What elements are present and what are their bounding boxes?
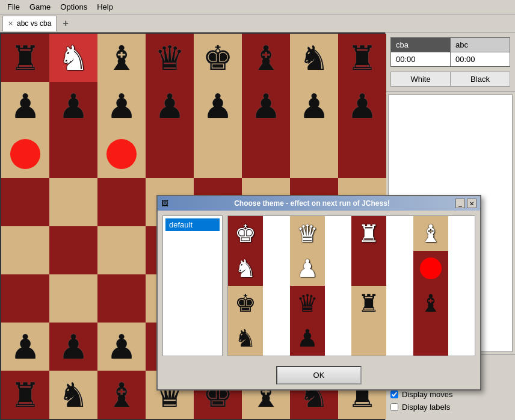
display-labels-checkbox[interactable] bbox=[390, 403, 398, 411]
ok-button[interactable]: OK bbox=[276, 366, 362, 384]
dialog-controls: _ ✕ bbox=[455, 199, 476, 208]
display-labels-item: Display labels bbox=[390, 403, 510, 412]
board-area: ♜ ♞ ♝ ♛ ♚ ♝ ♞ ♜ ♟ ♟ ♟ ♟ ♟ ♟ ♟ ♟ bbox=[0, 32, 385, 420]
dialog-minimize-button[interactable]: _ bbox=[455, 199, 465, 208]
player2-time: 00:00 bbox=[451, 52, 510, 67]
preview-bking: ♚ bbox=[228, 286, 263, 321]
theme-dialog: 🖼 Choose theme - effect on next run of J… bbox=[156, 195, 481, 391]
preview-wextra bbox=[351, 251, 386, 286]
preview-wking: ♚ bbox=[228, 216, 263, 251]
dialog-titlebar: 🖼 Choose theme - effect on next run of J… bbox=[158, 196, 480, 211]
player1-name: cba bbox=[391, 38, 451, 52]
menubar: File Game Options Help bbox=[0, 0, 515, 14]
display-moves-checkbox[interactable] bbox=[390, 391, 398, 398]
player1-time: 00:00 bbox=[391, 52, 451, 67]
display-labels-label: Display labels bbox=[402, 403, 450, 412]
main-container: ♜ ♞ ♝ ♛ ♚ ♝ ♞ ♜ ♟ ♟ ♟ ♟ ♟ ♟ ♟ ♟ bbox=[0, 32, 515, 420]
preview-bbishop: ♝ bbox=[413, 286, 448, 321]
dialog-close-button[interactable]: ✕ bbox=[467, 199, 476, 208]
player2-name: abc bbox=[451, 38, 510, 52]
preview-wpawn: ♟ bbox=[290, 251, 325, 286]
tab-add-button[interactable]: + bbox=[58, 16, 73, 31]
preview-reddot bbox=[413, 251, 448, 286]
dialog-footer: OK bbox=[158, 361, 480, 389]
wb-buttons: White Black bbox=[390, 72, 510, 87]
theme-item-default[interactable]: default bbox=[165, 218, 220, 231]
theme-list[interactable]: default bbox=[162, 215, 223, 356]
display-moves-label: Display moves bbox=[402, 390, 453, 399]
black-button[interactable]: Black bbox=[451, 72, 510, 86]
dialog-icon: 🖼 bbox=[161, 199, 168, 208]
display-moves-item: Display moves bbox=[390, 390, 510, 399]
preview-bqueen: ♛ bbox=[290, 286, 325, 321]
score-table: cba abc 00:00 00:00 bbox=[390, 37, 510, 67]
preview-wrook: ♜ bbox=[351, 216, 386, 251]
dialog-overlay: 🖼 Choose theme - effect on next run of J… bbox=[0, 32, 385, 420]
menu-file[interactable]: File bbox=[2, 1, 25, 13]
preview-bextra bbox=[351, 321, 386, 356]
tab-close-icon[interactable]: ✕ bbox=[8, 20, 13, 28]
menu-help[interactable]: Help bbox=[92, 1, 118, 13]
menu-options[interactable]: Options bbox=[55, 1, 92, 13]
white-button[interactable]: White bbox=[391, 72, 451, 86]
theme-preview: ♚ ♛ ♜ ♝ ♞ ♟ ♚ ♛ ♜ ♝ ♞ ♟ bbox=[227, 215, 475, 356]
preview-wbishop: ♝ bbox=[413, 216, 448, 251]
score-section: cba abc 00:00 00:00 White Black bbox=[386, 32, 515, 92]
preview-brook: ♜ bbox=[351, 286, 386, 321]
main-tab[interactable]: ✕ abc vs cba bbox=[2, 16, 57, 31]
preview-wqueen: ♛ bbox=[290, 216, 325, 251]
preview-wknight: ♞ bbox=[228, 251, 263, 286]
preview-bknight: ♞ bbox=[228, 321, 263, 356]
tab-label: abc vs cba bbox=[17, 19, 51, 28]
tabbar: ✕ abc vs cba + bbox=[0, 14, 515, 32]
menu-game[interactable]: Game bbox=[25, 1, 55, 13]
dialog-body: default ♚ ♛ ♜ ♝ ♞ ♟ ♚ bbox=[158, 211, 480, 361]
preview-bextra2 bbox=[413, 321, 448, 356]
dialog-title-text: Choose theme - effect on next run of JCh… bbox=[168, 199, 455, 208]
preview-bpawn: ♟ bbox=[290, 321, 325, 356]
